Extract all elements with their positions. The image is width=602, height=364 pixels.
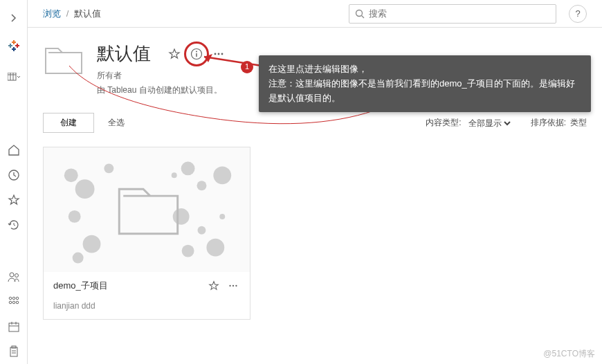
svg-rect-3 xyxy=(10,44,11,48)
svg-point-48 xyxy=(198,226,206,235)
star-icon[interactable] xyxy=(207,279,221,293)
svg-rect-7 xyxy=(12,48,16,50)
svg-rect-25 xyxy=(10,347,17,356)
svg-point-53 xyxy=(232,285,234,286)
chevron-right-icon[interactable] xyxy=(0,6,28,30)
svg-point-13 xyxy=(10,273,14,277)
svg-point-38 xyxy=(75,179,95,199)
svg-rect-5 xyxy=(17,44,18,48)
project-card[interactable]: demo_子项目 lianjian ddd xyxy=(43,147,250,320)
svg-point-47 xyxy=(173,208,190,225)
svg-point-18 xyxy=(9,302,12,304)
svg-point-54 xyxy=(235,285,237,286)
svg-rect-1 xyxy=(12,42,16,43)
create-button[interactable]: 创建 xyxy=(43,113,94,133)
svg-point-44 xyxy=(181,161,195,175)
card-thumbnail xyxy=(44,147,250,272)
callout-line1: 在这里点进去编辑图像， xyxy=(268,62,581,77)
svg-point-40 xyxy=(69,210,81,223)
clipboard-icon[interactable] xyxy=(0,339,28,364)
svg-point-50 xyxy=(182,245,194,257)
search-input[interactable] xyxy=(369,8,550,19)
sidebar xyxy=(0,0,28,364)
annotation-callout: 1 在这里点进去编辑图像， 注意：这里编辑的图像不是当前我们看到的demo_子项… xyxy=(259,55,591,112)
svg-point-14 xyxy=(15,274,18,277)
svg-point-20 xyxy=(16,302,19,304)
svg-point-17 xyxy=(16,298,19,300)
history-icon[interactable] xyxy=(0,212,28,237)
star-icon[interactable] xyxy=(167,47,181,61)
search-box[interactable] xyxy=(349,4,556,24)
topbar: 浏览 / 默认值 ? xyxy=(28,0,602,28)
more-icon[interactable] xyxy=(212,47,226,61)
breadcrumb: 浏览 / 默认值 xyxy=(43,8,343,20)
project-description: 由 Tableau 自动创建的默认项目。 xyxy=(97,84,226,96)
svg-point-16 xyxy=(12,298,15,300)
home-icon[interactable] xyxy=(0,138,28,163)
search-icon xyxy=(355,9,365,19)
breadcrumb-root[interactable]: 浏览 xyxy=(43,8,61,19)
svg-point-39 xyxy=(104,163,113,173)
svg-rect-8 xyxy=(8,73,16,80)
svg-point-52 xyxy=(229,285,230,286)
tableau-logo-icon[interactable] xyxy=(0,33,28,58)
content-type-select[interactable]: 全部显示 xyxy=(466,118,513,129)
content-type-label: 内容类型: xyxy=(426,117,461,129)
sort-value[interactable]: 类型 xyxy=(570,117,587,129)
svg-point-43 xyxy=(172,172,177,178)
sort-label: 排序依据: xyxy=(531,117,566,129)
apps-icon[interactable] xyxy=(0,289,28,314)
svg-point-19 xyxy=(12,302,15,304)
svg-point-41 xyxy=(83,235,101,253)
card-title: demo_子项目 xyxy=(53,280,207,292)
breadcrumb-sep: / xyxy=(66,8,69,19)
users-icon[interactable] xyxy=(0,265,28,290)
folder-icon xyxy=(43,42,84,78)
more-icon[interactable] xyxy=(226,279,240,293)
breadcrumb-current: 默认值 xyxy=(74,8,101,19)
svg-point-29 xyxy=(356,10,363,16)
svg-rect-21 xyxy=(9,323,19,331)
calendar-icon[interactable] xyxy=(0,314,28,339)
callout-line2: 注意：这里编辑的图像不是当前我们看到的demo_子项目的下面的。是编辑好是默认值… xyxy=(268,77,581,106)
filters: 内容类型: 全部显示 排序依据: 类型 xyxy=(426,117,587,129)
svg-point-46 xyxy=(213,166,231,184)
svg-line-30 xyxy=(362,15,365,18)
card-subtitle: lianjian ddd xyxy=(44,301,250,319)
svg-point-32 xyxy=(196,51,197,52)
owner-label: 所有者 xyxy=(97,70,226,82)
clock-icon[interactable] xyxy=(0,163,28,188)
svg-point-51 xyxy=(206,239,224,257)
svg-point-34 xyxy=(215,53,217,55)
svg-point-37 xyxy=(64,168,78,182)
grid-dropdown-icon[interactable] xyxy=(0,65,28,90)
help-icon[interactable]: ? xyxy=(569,5,587,23)
watermark: @51CTO博客 xyxy=(543,348,595,360)
svg-point-49 xyxy=(219,214,225,219)
callout-badge: 1 xyxy=(241,61,253,73)
select-all-link[interactable]: 全选 xyxy=(108,117,125,129)
svg-point-45 xyxy=(197,181,207,190)
svg-point-42 xyxy=(73,253,84,264)
star-icon[interactable] xyxy=(0,188,28,212)
toolbar: 创建 全选 内容类型: 全部显示 排序依据: 类型 xyxy=(43,113,587,133)
info-icon[interactable] xyxy=(190,47,203,61)
svg-point-36 xyxy=(221,53,224,55)
page-title: 默认值 xyxy=(97,42,151,66)
svg-point-35 xyxy=(218,53,220,55)
svg-point-15 xyxy=(9,298,12,300)
